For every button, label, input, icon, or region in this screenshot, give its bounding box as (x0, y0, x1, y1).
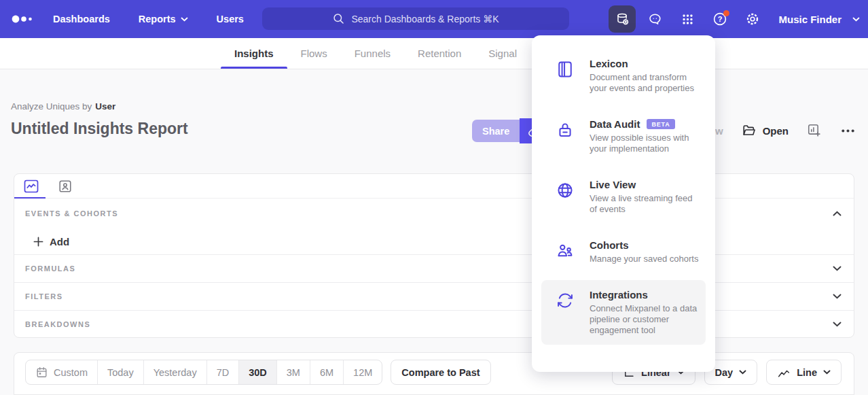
nav-item-label: Users (217, 14, 244, 24)
help-button[interactable]: ? (706, 5, 734, 33)
header-actions: New Open (702, 118, 856, 143)
menu-item-title-text: Data Audit (590, 118, 640, 130)
filters-section-header[interactable]: FILTERS (14, 282, 854, 310)
search-placeholder: Search Dashboards & Reports ⌘K (351, 14, 499, 24)
nav-item-users[interactable]: Users (217, 14, 244, 24)
svg-text:?: ? (718, 15, 723, 23)
tab-funnels[interactable]: Funnels (341, 38, 404, 69)
report-tabbar: Insights Flows Funnels Retention Signal … (0, 38, 868, 69)
menu-item-desc: Manage your saved cohorts (590, 254, 698, 264)
mixpanel-logo-icon[interactable] (11, 14, 41, 24)
tab-label: Funnels (355, 48, 391, 59)
more-options-button[interactable] (840, 123, 856, 139)
menu-item-live-view[interactable]: Live View View a live streaming feed of … (541, 170, 706, 224)
date-range-controls: Custom Today Yesterday 7D 30D 3M 6M 12M … (25, 360, 491, 385)
menu-item-lexicon[interactable]: Lexicon Document and transform your even… (541, 49, 706, 103)
formulas-section-header[interactable]: FORMULAS (14, 254, 854, 282)
report-subtitle: Analyze Uniques byUser (11, 101, 115, 111)
gear-icon (745, 12, 760, 27)
menu-item-title: Cohorts (590, 239, 698, 251)
range-yesterday[interactable]: Yesterday (143, 360, 206, 384)
tab-users-profile[interactable] (56, 179, 74, 194)
tab-label: Flows (301, 48, 327, 59)
range-custom[interactable]: Custom (26, 360, 97, 384)
project-name: Music Finder (778, 14, 842, 25)
folder-icon (742, 123, 757, 138)
beta-badge: BETA (647, 119, 674, 129)
chart-type-dropdown[interactable]: Line (766, 360, 842, 385)
menu-item-title: Live View (590, 179, 700, 190)
data-management-button[interactable] (609, 5, 636, 33)
query-builder-panel: EVENTS & COHORTS Add FORMULAS FILTERS BR… (14, 173, 854, 338)
menu-item-text: Live View View a live streaming feed of … (590, 179, 700, 215)
open-report-button[interactable]: Open (742, 123, 789, 138)
people-icon (556, 241, 576, 264)
filters-label: FILTERS (25, 292, 63, 300)
menu-item-integrations[interactable]: Integrations Connect Mixpanel to a data … (541, 280, 706, 345)
range-label: 12M (353, 367, 372, 378)
nav-item-label: Reports (139, 14, 176, 24)
chart-type-label: Line (797, 367, 817, 378)
range-30d[interactable]: 30D (238, 360, 276, 384)
chevron-down-icon (852, 17, 860, 22)
tab-events-chart[interactable] (22, 179, 40, 194)
book-icon (556, 59, 576, 94)
globe-icon (556, 180, 576, 215)
chevron-up-icon[interactable] (833, 211, 842, 216)
tab-flows[interactable]: Flows (287, 38, 341, 69)
builder-active-tab-underline (14, 197, 46, 199)
add-event-button[interactable]: Add (14, 228, 854, 254)
range-label: 7D (217, 367, 230, 378)
range-label: 30D (249, 367, 267, 378)
apps-grid-button[interactable] (674, 5, 701, 33)
chevron-down-icon[interactable] (833, 266, 842, 271)
events-cohorts-label: EVENTS & COHORTS (25, 209, 118, 218)
range-7d[interactable]: 7D (206, 360, 239, 384)
menu-item-data-audit[interactable]: Data Audit BETA View possible issues wit… (541, 109, 706, 163)
chart-add-icon (807, 123, 822, 138)
events-cohorts-section-header[interactable]: EVENTS & COHORTS (14, 199, 854, 228)
notification-dot (723, 10, 729, 16)
builder-tabs (14, 174, 854, 199)
range-6m[interactable]: 6M (310, 360, 343, 384)
active-tab-underline (221, 67, 287, 69)
settings-button[interactable] (739, 5, 766, 33)
chevron-down-icon[interactable] (833, 294, 842, 299)
formulas-label: FORMULAS (25, 264, 75, 273)
share-button[interactable]: Share (472, 120, 520, 142)
tab-label: Retention (418, 48, 461, 59)
menu-item-text: Integrations Connect Mixpanel to a data … (590, 289, 700, 336)
menu-item-cohorts[interactable]: Cohorts Manage your saved cohorts (541, 230, 706, 273)
tab-label: Insights (234, 48, 274, 59)
project-selector[interactable]: Music Finder (778, 14, 860, 25)
range-label: Yesterday (153, 367, 197, 378)
interval-label: Day (715, 367, 734, 378)
tab-signal[interactable]: Signal (475, 38, 530, 69)
breakdowns-section-header[interactable]: BREAKDOWNS (14, 310, 854, 338)
search-input[interactable]: Search Dashboards & Reports ⌘K (262, 7, 569, 30)
calendar-icon (35, 366, 48, 379)
compare-label: Compare to Past (401, 367, 480, 378)
nav-right-cluster: ? Music Finder (609, 0, 860, 38)
range-3m[interactable]: 3M (276, 360, 310, 384)
nav-item-reports[interactable]: Reports (139, 14, 188, 24)
feedback-button[interactable] (641, 5, 668, 33)
range-12m[interactable]: 12M (343, 360, 382, 384)
chart-tab-icon (23, 179, 39, 194)
add-to-dashboard-button[interactable] (807, 123, 822, 138)
nav-item-dashboards[interactable]: Dashboards (53, 14, 110, 24)
tab-insights[interactable]: Insights (221, 38, 287, 69)
range-today[interactable]: Today (97, 360, 143, 384)
range-label: Custom (54, 367, 88, 378)
nav-item-label: Dashboards (53, 14, 110, 24)
page-title[interactable]: Untitled Insights Report (11, 120, 188, 138)
ellipsis-icon (840, 123, 856, 139)
menu-item-text: Cohorts Manage your saved cohorts (590, 239, 698, 264)
tab-retention[interactable]: Retention (404, 38, 475, 69)
compare-to-past-button[interactable]: Compare to Past (391, 360, 490, 385)
chevron-down-icon[interactable] (833, 322, 842, 327)
subtitle-value[interactable]: User (95, 101, 115, 111)
menu-item-text: Lexicon Document and transform your even… (590, 58, 700, 94)
tab-label: Signal (488, 48, 517, 59)
grid-icon (681, 12, 695, 27)
